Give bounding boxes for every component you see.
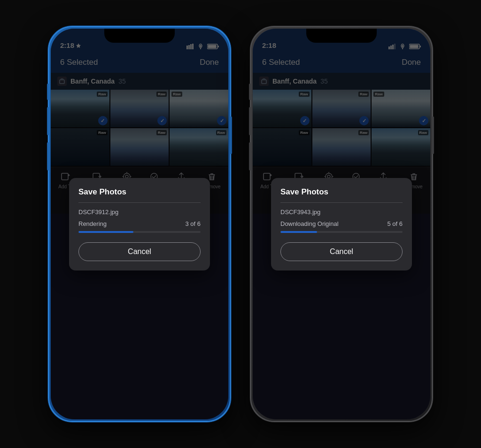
dialog-status-row-left: Rendering 3 of 6 xyxy=(78,220,201,227)
progress-bar-fill-left xyxy=(78,231,133,233)
cancel-button-left[interactable]: Cancel xyxy=(78,242,201,261)
dialog-counter-left: 3 of 6 xyxy=(185,220,201,227)
scene: 2:18 6 Selected Done Banff, Cana xyxy=(0,0,481,448)
dialog-filename-right: DSCF3943.jpg xyxy=(280,209,403,216)
progress-bar-bg-right xyxy=(280,231,403,233)
dialog-overlay-left: Save Photos DSCF3912.jpg Rendering 3 of … xyxy=(51,29,228,419)
dialog-status-row-right: Downloading Original 5 of 6 xyxy=(280,220,403,227)
dialog-counter-right: 5 of 6 xyxy=(387,220,403,227)
save-dialog-right: Save Photos DSCF3943.jpg Downloading Ori… xyxy=(271,178,412,270)
dialog-divider-left xyxy=(78,202,201,203)
progress-bar-bg-left xyxy=(78,231,201,233)
save-dialog-left: Save Photos DSCF3912.jpg Rendering 3 of … xyxy=(69,178,210,270)
cancel-button-right[interactable]: Cancel xyxy=(280,242,403,261)
dialog-divider-right xyxy=(280,202,403,203)
phone-right: 2:18 6 Selected Done Banff, Canada xyxy=(250,26,433,422)
dialog-title-right: Save Photos xyxy=(280,187,403,197)
dialog-filename-left: DSCF3912.jpg xyxy=(78,209,201,216)
dialog-overlay-right: Save Photos DSCF3943.jpg Downloading Ori… xyxy=(253,29,430,419)
progress-bar-fill-right xyxy=(280,231,317,233)
dialog-title-left: Save Photos xyxy=(78,187,201,197)
dialog-status-left: Rendering xyxy=(78,220,107,227)
phone-left: 2:18 6 Selected Done Banff, Cana xyxy=(48,26,231,422)
dialog-status-right: Downloading Original xyxy=(280,220,339,227)
